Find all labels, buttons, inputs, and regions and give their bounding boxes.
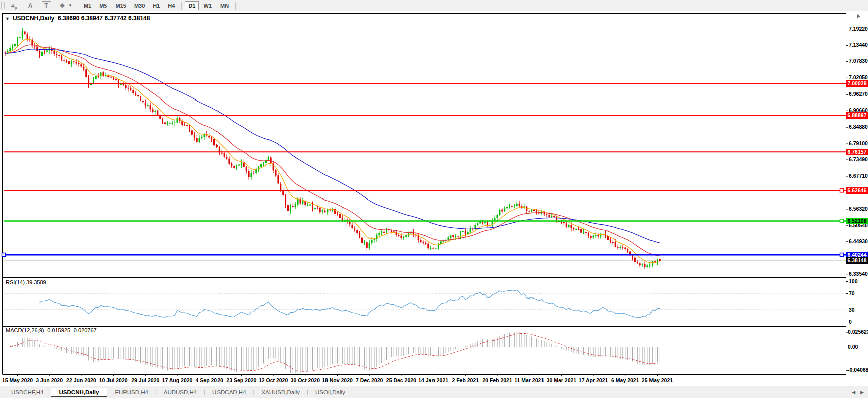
- tab-usdcad-h4[interactable]: USDCAD,H4: [205, 388, 253, 397]
- macd-layer: [10, 332, 660, 373]
- shapes-arrows-icon[interactable]: ❖: [58, 1, 67, 10]
- toolbar-separator: [235, 2, 236, 10]
- current-price-label: 6.38148: [846, 257, 868, 264]
- price-axis-tick: 6.33540: [849, 271, 868, 277]
- price-axis-tick: 6.79100: [849, 140, 868, 147]
- level-price-label[interactable]: 6.62646: [846, 187, 868, 194]
- rsi-layer: [4, 290, 846, 318]
- chart-window: ⌗FAT❖ ▼ M1M5M15M30H1H4D1W1MN ▼USDCNH,Dai…: [0, 0, 868, 398]
- chart-title: ▼USDCNH,Daily 6.38690 6.38947 6.37742 6.…: [5, 15, 150, 22]
- timeframe-button-h1[interactable]: H1: [149, 1, 163, 10]
- price-axis-tick: 7.13440: [849, 42, 868, 48]
- level-price-label[interactable]: 6.52108: [846, 218, 868, 224]
- collapse-chart-icon[interactable]: ▼: [5, 16, 10, 21]
- timeframe-button-m30[interactable]: M30: [131, 1, 148, 10]
- fibonacci-tool-icon[interactable]: ⌗F: [10, 1, 19, 10]
- rsi-indicator-label: RSI(14) 39.3589: [6, 279, 46, 285]
- price-axis-tick: 6.84880: [849, 124, 868, 130]
- text-tool-icon[interactable]: T: [42, 1, 51, 10]
- level-drag-handle[interactable]: [840, 189, 844, 192]
- price-axis-tick: 7.07830: [849, 58, 868, 64]
- rsi-axis-tick: 100: [849, 278, 858, 285]
- tab-usdchf-h4[interactable]: USDCHF,H4: [4, 388, 51, 397]
- timeframe-button-w1[interactable]: W1: [200, 1, 215, 10]
- tab-bar: USDCHF,H4USDCNH,DailyEURUSD,H4|AUDUSD,H4…: [0, 386, 868, 398]
- chevron-down-icon[interactable]: ▼: [68, 3, 72, 8]
- level-drag-handle[interactable]: [2, 253, 6, 257]
- horizontal-levels-layer: [2, 83, 846, 256]
- timeframe-button-m1[interactable]: M1: [80, 1, 95, 10]
- price-axis-tick: 7.19220: [849, 26, 868, 32]
- toolbar: ⌗FAT❖ ▼ M1M5M15M30H1H4D1W1MN: [0, 0, 868, 11]
- chart-symbol-label: USDCNH,Daily: [13, 15, 54, 22]
- tab-scroll-left-icon[interactable]: ◀: [852, 390, 855, 395]
- timeframe-button-m5[interactable]: M5: [96, 1, 111, 10]
- tab-usoil-daily[interactable]: USOil,Daily: [308, 388, 352, 397]
- price-axis-tick: 6.67710: [849, 173, 868, 179]
- price-axis-tick: 6.44930: [849, 238, 868, 245]
- level-drag-handle[interactable]: [840, 219, 844, 223]
- chart-ohlc-values: 6.38690 6.38947 6.37742 6.38148: [58, 15, 150, 22]
- tab-audusd-h4[interactable]: AUDUSD,H4: [157, 388, 204, 397]
- tab-scroll-right-icon[interactable]: ▶: [860, 390, 864, 395]
- price-axis-tick: 6.56320: [849, 206, 868, 212]
- text-label-icon[interactable]: A: [26, 1, 35, 10]
- rsi-axis-tick: 30: [849, 307, 855, 313]
- tab-eurusd-h4[interactable]: EURUSD,H4: [107, 388, 155, 397]
- tab-usdcnh-daily[interactable]: USDCNH,Daily: [51, 388, 108, 397]
- price-axis-tick: 6.73490: [849, 156, 868, 163]
- rsi-axis-tick: 70: [849, 290, 855, 297]
- macd-indicator-label: MACD(12,26,9) -0.015925 -0.020767: [6, 327, 97, 333]
- price-axis-tick: 6.96270: [849, 91, 868, 97]
- macd-axis-tick: 0.00: [848, 344, 858, 350]
- rsi-axis-tick: 0: [849, 319, 852, 325]
- level-price-label[interactable]: 6.76157: [846, 149, 868, 155]
- toolbar-separator: [77, 2, 77, 10]
- toolbar-drag-grip[interactable]: [1, 2, 6, 9]
- timeframe-button-d1[interactable]: D1: [185, 1, 199, 10]
- chart-canvas[interactable]: [0, 0, 868, 398]
- tab-xauusd-daily[interactable]: XAUUSD,Daily: [254, 388, 307, 397]
- axis-ticks: [18, 29, 849, 377]
- date-axis-label: 25 May 2021: [637, 377, 678, 383]
- level-price-label[interactable]: 7.00029: [846, 80, 868, 87]
- timeframe-button-mn[interactable]: MN: [216, 1, 232, 10]
- toolbar-separator: [181, 2, 182, 10]
- level-price-label[interactable]: 6.88897: [846, 112, 868, 119]
- macd-axis-tick: -0.040687: [848, 367, 868, 373]
- candles-layer: [5, 28, 661, 269]
- level-drag-handle[interactable]: [840, 253, 844, 257]
- timeframe-button-m15[interactable]: M15: [112, 1, 129, 10]
- chart-shift-marker[interactable]: [857, 14, 860, 18]
- macd-axis-tick: 0.025623: [848, 329, 868, 335]
- timeframe-button-h4[interactable]: H4: [164, 1, 178, 10]
